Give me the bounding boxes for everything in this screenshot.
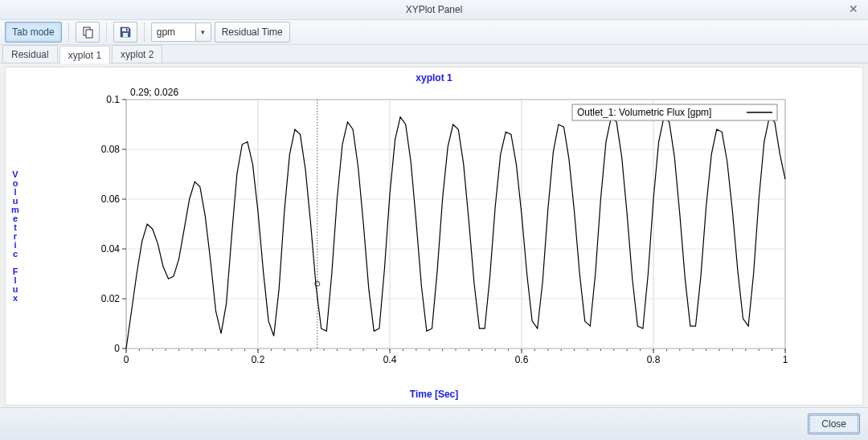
toolbar: Tab mode gpm ▾ Residual Time	[0, 20, 868, 45]
units-select-value: gpm	[151, 22, 195, 42]
svg-text:0.2: 0.2	[252, 354, 265, 365]
toolbar-separator	[106, 22, 107, 42]
svg-text:0.06: 0.06	[101, 194, 121, 205]
chart-canvas[interactable]: 00.20.40.60.8100.020.040.060.080.1Outlet…	[6, 67, 861, 405]
tab-residual[interactable]: Residual	[2, 45, 58, 63]
svg-text:0: 0	[114, 343, 120, 354]
close-button[interactable]: Close	[808, 414, 860, 434]
svg-text:0.08: 0.08	[101, 144, 121, 155]
svg-rect-2	[122, 28, 129, 31]
units-select-arrow[interactable]: ▾	[195, 22, 211, 42]
window-close-button[interactable]: ✕	[844, 0, 863, 19]
tab-label: xyplot 1	[68, 50, 101, 61]
plot-frame: xyplot 1 0.29; 0.026 Volumetric Flux Tim…	[5, 67, 863, 405]
plot-tabs: Residual xyplot 1 xyplot 2	[0, 45, 868, 63]
svg-rect-3	[123, 33, 128, 37]
svg-text:Outlet_1: Volumetric Flux [gpm: Outlet_1: Volumetric Flux [gpm]	[577, 107, 711, 118]
title-bar: XYPlot Panel ✕	[0, 0, 868, 20]
residual-time-label: Residual Time	[222, 26, 283, 38]
tab-label: xyplot 2	[121, 49, 154, 60]
tab-mode-label: Tab mode	[12, 26, 55, 38]
window-title: XYPlot Panel	[406, 4, 463, 15]
svg-text:0: 0	[124, 354, 129, 365]
svg-text:0.4: 0.4	[383, 354, 397, 365]
toolbar-separator	[144, 22, 145, 42]
tab-xyplot-1[interactable]: xyplot 1	[59, 46, 110, 63]
svg-rect-4	[126, 29, 128, 31]
svg-text:0.02: 0.02	[101, 293, 121, 304]
tab-xyplot-2[interactable]: xyplot 2	[112, 45, 162, 63]
svg-text:0.04: 0.04	[101, 243, 121, 255]
tab-label: Residual	[11, 49, 49, 60]
svg-text:0.8: 0.8	[647, 354, 661, 365]
chevron-down-icon: ▾	[201, 28, 205, 36]
residual-time-button[interactable]: Residual Time	[215, 22, 290, 43]
footer: Close	[0, 407, 868, 440]
close-button-label: Close	[821, 418, 846, 430]
tab-mode-button[interactable]: Tab mode	[5, 22, 62, 43]
svg-text:1: 1	[783, 354, 788, 365]
toolbar-separator	[68, 22, 69, 42]
copy-icon	[81, 26, 94, 39]
svg-text:0.6: 0.6	[515, 354, 529, 365]
svg-rect-1	[86, 30, 92, 38]
save-button[interactable]	[113, 22, 137, 43]
floppy-disk-icon	[119, 26, 132, 39]
copy-button[interactable]	[76, 22, 100, 43]
svg-text:0.1: 0.1	[106, 94, 120, 105]
units-select[interactable]: gpm ▾	[151, 22, 211, 42]
